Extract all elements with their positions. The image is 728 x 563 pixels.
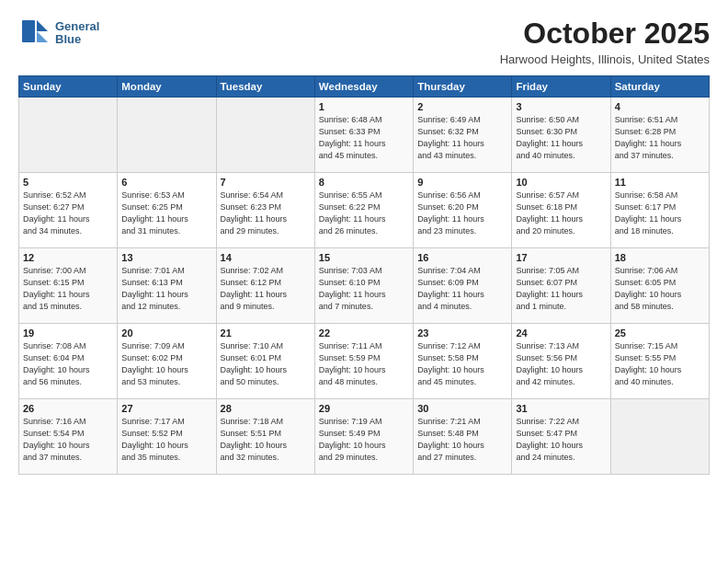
day-info: Sunrise: 7:16 AM Sunset: 5:54 PM Dayligh…	[23, 416, 113, 464]
calendar-cell: 16Sunrise: 7:04 AM Sunset: 6:09 PM Dayli…	[414, 248, 512, 324]
header-day: Tuesday	[216, 76, 314, 98]
calendar-cell: 31Sunrise: 7:22 AM Sunset: 5:47 PM Dayli…	[512, 399, 610, 475]
header-day: Saturday	[610, 76, 709, 98]
calendar-cell: 13Sunrise: 7:01 AM Sunset: 6:13 PM Dayli…	[118, 248, 216, 324]
calendar-cell: 11Sunrise: 6:58 AM Sunset: 6:17 PM Dayli…	[610, 173, 709, 248]
calendar-cell: 10Sunrise: 6:57 AM Sunset: 6:18 PM Dayli…	[512, 173, 610, 248]
day-info: Sunrise: 7:17 AM Sunset: 5:52 PM Dayligh…	[121, 416, 211, 464]
calendar-row: 1Sunrise: 6:48 AM Sunset: 6:33 PM Daylig…	[19, 98, 710, 173]
calendar-cell	[19, 98, 118, 173]
calendar-cell: 23Sunrise: 7:12 AM Sunset: 5:58 PM Dayli…	[414, 324, 512, 399]
header: General Blue October 2025 Harwood Height…	[18, 17, 710, 66]
day-info: Sunrise: 7:06 AM Sunset: 6:05 PM Dayligh…	[615, 265, 705, 313]
calendar-cell: 28Sunrise: 7:18 AM Sunset: 5:51 PM Dayli…	[216, 399, 314, 475]
calendar-cell: 25Sunrise: 7:15 AM Sunset: 5:55 PM Dayli…	[610, 324, 709, 399]
day-number: 15	[319, 252, 409, 263]
calendar-cell: 26Sunrise: 7:16 AM Sunset: 5:54 PM Dayli…	[19, 399, 118, 475]
calendar-cell: 2Sunrise: 6:49 AM Sunset: 6:32 PM Daylig…	[414, 98, 512, 173]
calendar-cell: 1Sunrise: 6:48 AM Sunset: 6:33 PM Daylig…	[314, 98, 413, 173]
logo-line1: General	[55, 20, 99, 33]
calendar-cell: 17Sunrise: 7:05 AM Sunset: 6:07 PM Dayli…	[512, 248, 610, 324]
calendar-cell: 20Sunrise: 7:09 AM Sunset: 6:02 PM Dayli…	[118, 324, 216, 399]
logo-icon	[18, 17, 51, 50]
day-info: Sunrise: 7:18 AM Sunset: 5:51 PM Dayligh…	[221, 416, 311, 464]
day-number: 30	[417, 403, 507, 414]
day-info: Sunrise: 7:12 AM Sunset: 5:58 PM Dayligh…	[417, 340, 507, 388]
day-number: 1	[319, 101, 409, 112]
calendar-cell: 19Sunrise: 7:08 AM Sunset: 6:04 PM Dayli…	[19, 324, 118, 399]
day-number: 24	[516, 327, 606, 339]
day-info: Sunrise: 7:02 AM Sunset: 6:12 PM Dayligh…	[221, 265, 311, 313]
day-number: 2	[417, 101, 507, 112]
day-number: 27	[121, 403, 211, 414]
day-number: 29	[319, 403, 409, 414]
calendar-cell: 4Sunrise: 6:51 AM Sunset: 6:28 PM Daylig…	[610, 98, 709, 173]
calendar-row: 26Sunrise: 7:16 AM Sunset: 5:54 PM Dayli…	[19, 399, 710, 475]
day-number: 6	[121, 177, 211, 188]
calendar-cell: 18Sunrise: 7:06 AM Sunset: 6:05 PM Dayli…	[610, 248, 709, 324]
svg-rect-3	[22, 20, 35, 42]
calendar-table: SundayMondayTuesdayWednesdayThursdayFrid…	[18, 75, 710, 475]
header-day: Sunday	[19, 76, 118, 98]
day-info: Sunrise: 7:21 AM Sunset: 5:48 PM Dayligh…	[417, 416, 507, 464]
day-info: Sunrise: 6:51 AM Sunset: 6:28 PM Dayligh…	[615, 114, 705, 162]
logo-line2: Blue	[55, 33, 99, 46]
day-number: 23	[417, 327, 507, 339]
location-subtitle: Harwood Heights, Illinois, United States	[500, 52, 710, 66]
day-info: Sunrise: 7:05 AM Sunset: 6:07 PM Dayligh…	[516, 265, 606, 313]
calendar-cell: 5Sunrise: 6:52 AM Sunset: 6:27 PM Daylig…	[19, 173, 118, 248]
day-info: Sunrise: 6:56 AM Sunset: 6:20 PM Dayligh…	[417, 190, 507, 237]
calendar-cell: 30Sunrise: 7:21 AM Sunset: 5:48 PM Dayli…	[414, 399, 512, 475]
calendar-cell	[118, 98, 216, 173]
day-number: 20	[121, 327, 211, 339]
calendar-cell	[216, 98, 314, 173]
day-number: 10	[516, 177, 606, 188]
day-number: 21	[221, 327, 311, 339]
day-number: 3	[516, 101, 606, 112]
calendar-cell: 6Sunrise: 6:53 AM Sunset: 6:25 PM Daylig…	[118, 173, 216, 248]
day-info: Sunrise: 6:52 AM Sunset: 6:27 PM Dayligh…	[23, 190, 113, 237]
day-number: 7	[221, 177, 311, 188]
day-number: 11	[615, 177, 705, 188]
calendar-row: 19Sunrise: 7:08 AM Sunset: 6:04 PM Dayli…	[19, 324, 710, 399]
day-info: Sunrise: 6:58 AM Sunset: 6:17 PM Dayligh…	[615, 190, 705, 237]
header-day: Monday	[118, 76, 216, 98]
calendar-cell: 7Sunrise: 6:54 AM Sunset: 6:23 PM Daylig…	[216, 173, 314, 248]
page: General Blue October 2025 Harwood Height…	[0, 0, 728, 563]
header-day: Friday	[512, 76, 610, 98]
calendar-cell: 12Sunrise: 7:00 AM Sunset: 6:15 PM Dayli…	[19, 248, 118, 324]
day-number: 9	[417, 177, 507, 188]
day-number: 26	[23, 403, 113, 414]
day-number: 25	[615, 327, 705, 339]
day-info: Sunrise: 6:50 AM Sunset: 6:30 PM Dayligh…	[516, 114, 606, 162]
calendar-cell: 21Sunrise: 7:10 AM Sunset: 6:01 PM Dayli…	[216, 324, 314, 399]
day-info: Sunrise: 7:03 AM Sunset: 6:10 PM Dayligh…	[319, 265, 409, 313]
day-number: 17	[516, 252, 606, 263]
day-info: Sunrise: 7:09 AM Sunset: 6:02 PM Dayligh…	[121, 340, 211, 388]
day-number: 16	[417, 252, 507, 263]
day-info: Sunrise: 6:49 AM Sunset: 6:32 PM Dayligh…	[417, 114, 507, 162]
day-info: Sunrise: 7:22 AM Sunset: 5:47 PM Dayligh…	[516, 416, 606, 464]
day-info: Sunrise: 7:00 AM Sunset: 6:15 PM Dayligh…	[23, 265, 113, 313]
day-info: Sunrise: 7:15 AM Sunset: 5:55 PM Dayligh…	[615, 340, 705, 388]
day-info: Sunrise: 6:55 AM Sunset: 6:22 PM Dayligh…	[319, 190, 409, 237]
day-number: 22	[319, 327, 409, 339]
header-row: SundayMondayTuesdayWednesdayThursdayFrid…	[19, 76, 710, 98]
day-number: 14	[221, 252, 311, 263]
header-day: Wednesday	[314, 76, 413, 98]
calendar-cell: 29Sunrise: 7:19 AM Sunset: 5:49 PM Dayli…	[314, 399, 413, 475]
calendar-cell: 14Sunrise: 7:02 AM Sunset: 6:12 PM Dayli…	[216, 248, 314, 324]
header-day: Thursday	[414, 76, 512, 98]
day-number: 31	[516, 403, 606, 414]
day-number: 13	[121, 252, 211, 263]
calendar-cell: 8Sunrise: 6:55 AM Sunset: 6:22 PM Daylig…	[314, 173, 413, 248]
calendar-row: 12Sunrise: 7:00 AM Sunset: 6:15 PM Dayli…	[19, 248, 710, 324]
day-info: Sunrise: 7:08 AM Sunset: 6:04 PM Dayligh…	[23, 340, 113, 388]
day-info: Sunrise: 6:48 AM Sunset: 6:33 PM Dayligh…	[319, 114, 409, 162]
day-info: Sunrise: 7:13 AM Sunset: 5:56 PM Dayligh…	[516, 340, 606, 388]
day-info: Sunrise: 7:11 AM Sunset: 5:59 PM Dayligh…	[319, 340, 409, 388]
month-title: October 2025	[500, 17, 710, 51]
day-number: 12	[23, 252, 113, 263]
calendar-cell: 27Sunrise: 7:17 AM Sunset: 5:52 PM Dayli…	[118, 399, 216, 475]
calendar-row: 5Sunrise: 6:52 AM Sunset: 6:27 PM Daylig…	[19, 173, 710, 248]
